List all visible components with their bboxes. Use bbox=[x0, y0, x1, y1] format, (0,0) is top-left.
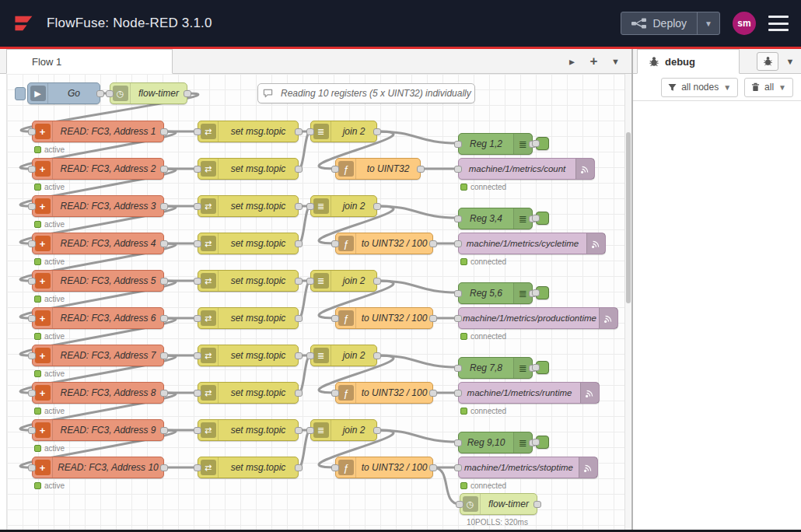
output-port[interactable] bbox=[295, 166, 303, 173]
output-port[interactable] bbox=[160, 278, 168, 285]
input-port[interactable] bbox=[28, 166, 36, 173]
canvas-scrollbar[interactable] bbox=[624, 74, 631, 532]
output-port[interactable] bbox=[295, 315, 303, 322]
input-port[interactable] bbox=[331, 315, 339, 322]
output-port[interactable] bbox=[160, 464, 168, 471]
input-port[interactable] bbox=[532, 140, 540, 147]
node-join-2[interactable]: ≣join 2 bbox=[310, 195, 377, 217]
input-port[interactable] bbox=[28, 427, 36, 434]
node-change-2[interactable]: ⇄set msg.topic bbox=[198, 158, 299, 180]
node-func-3[interactable]: ƒto UINT32 / 100 bbox=[335, 307, 433, 329]
input-port[interactable] bbox=[331, 464, 339, 471]
node-read-9[interactable]: +READ: FC3, Address 9active bbox=[32, 419, 164, 441]
output-port[interactable] bbox=[373, 352, 381, 359]
user-avatar[interactable]: sm bbox=[733, 12, 756, 35]
output-port[interactable] bbox=[96, 90, 104, 97]
node-reg-5[interactable]: Reg 9,10≣ bbox=[458, 432, 533, 453]
input-port[interactable] bbox=[456, 501, 463, 508]
deploy-options-button[interactable]: ▼ bbox=[697, 12, 719, 34]
flow-list-dropdown[interactable]: ▼ bbox=[606, 52, 625, 71]
node-change-5[interactable]: ⇄set msg.topic bbox=[198, 270, 299, 292]
node-change-9[interactable]: ⇄set msg.topic bbox=[198, 419, 299, 441]
node-read-8[interactable]: +READ: FC3, Address 8active bbox=[32, 382, 164, 404]
output-port[interactable] bbox=[373, 427, 381, 434]
input-port[interactable] bbox=[454, 390, 462, 397]
output-port[interactable] bbox=[295, 203, 303, 210]
input-port[interactable] bbox=[28, 240, 36, 247]
input-port[interactable] bbox=[306, 203, 314, 210]
node-link-4[interactable] bbox=[536, 361, 549, 374]
node-read-6[interactable]: +READ: FC3, Address 6active bbox=[32, 307, 164, 329]
deploy-button[interactable]: Deploy bbox=[621, 12, 698, 34]
node-reg-4[interactable]: Reg 7,8≣ bbox=[458, 357, 533, 379]
output-port[interactable] bbox=[160, 240, 168, 247]
debug-filter-button[interactable]: all nodes ▼ bbox=[661, 78, 738, 97]
input-port[interactable] bbox=[194, 464, 201, 471]
output-port[interactable] bbox=[373, 128, 381, 135]
output-port[interactable] bbox=[184, 90, 191, 97]
input-port[interactable] bbox=[454, 439, 462, 446]
input-port[interactable] bbox=[28, 352, 36, 359]
node-change-8[interactable]: ⇄set msg.topic bbox=[198, 382, 299, 404]
node-read-5[interactable]: +READ: FC3, Address 5active bbox=[32, 270, 164, 292]
input-port[interactable] bbox=[454, 315, 462, 322]
input-port[interactable] bbox=[454, 290, 462, 297]
input-port[interactable] bbox=[331, 240, 339, 247]
node-link-3[interactable] bbox=[536, 286, 549, 299]
node-join-5[interactable]: ≣join 2 bbox=[310, 419, 377, 441]
output-port[interactable] bbox=[295, 352, 303, 359]
input-port[interactable] bbox=[454, 215, 462, 222]
node-read-10[interactable]: +READ: FC3, Address 10active bbox=[32, 457, 164, 478]
input-port[interactable] bbox=[194, 128, 201, 135]
node-reg-1[interactable]: Reg 1,2≣ bbox=[458, 133, 533, 155]
node-func-4[interactable]: ƒto UINT32 / 100 bbox=[335, 382, 433, 404]
output-port[interactable] bbox=[295, 464, 303, 471]
inject-button[interactable] bbox=[15, 87, 26, 100]
tab-flow-1[interactable]: Flow 1 bbox=[6, 49, 173, 74]
output-port[interactable] bbox=[160, 203, 168, 210]
output-port[interactable] bbox=[160, 352, 168, 359]
input-port[interactable] bbox=[194, 390, 201, 397]
input-port[interactable] bbox=[454, 365, 462, 372]
input-port[interactable] bbox=[306, 352, 314, 359]
node-flow-timer-top[interactable]: ◷flow-timer bbox=[110, 82, 187, 104]
node-read-2[interactable]: +READ: FC3, Address 2active bbox=[32, 158, 164, 180]
tab-debug[interactable]: debug bbox=[637, 49, 740, 74]
node-join-4[interactable]: ≣join 2 bbox=[310, 345, 377, 366]
node-func-1[interactable]: ƒto UINT32 bbox=[335, 158, 421, 180]
flow-canvas[interactable]: ▶Go◷flow-timerReading 10 registers (5 x … bbox=[6, 74, 631, 532]
input-port[interactable] bbox=[194, 166, 201, 173]
input-port[interactable] bbox=[454, 141, 462, 148]
node-flow-timer-bottom[interactable]: ◷flow-timer10POLLS: 320ms bbox=[460, 493, 537, 515]
node-comment-1[interactable]: Reading 10 registers (5 x UINT32) indivi… bbox=[257, 83, 475, 103]
node-change-10[interactable]: ⇄set msg.topic bbox=[198, 457, 299, 478]
input-port[interactable] bbox=[532, 439, 540, 446]
input-port[interactable] bbox=[28, 278, 36, 285]
node-join-1[interactable]: ≣join 2 bbox=[310, 121, 377, 142]
input-port[interactable] bbox=[28, 390, 36, 397]
input-port[interactable] bbox=[28, 464, 36, 471]
node-read-4[interactable]: +READ: FC3, Address 4active bbox=[32, 233, 164, 254]
node-link-1[interactable] bbox=[536, 137, 549, 150]
input-port[interactable] bbox=[532, 215, 540, 222]
node-join-3[interactable]: ≣join 2 bbox=[310, 270, 377, 292]
input-port[interactable] bbox=[106, 90, 114, 97]
output-port[interactable] bbox=[533, 501, 541, 508]
node-read-7[interactable]: +READ: FC3, Address 7active bbox=[32, 345, 164, 366]
input-port[interactable] bbox=[194, 240, 201, 247]
input-port[interactable] bbox=[194, 278, 201, 285]
sidebar-tabs-dropdown[interactable]: ▼ bbox=[782, 52, 798, 71]
input-port[interactable] bbox=[28, 128, 36, 135]
output-port[interactable] bbox=[295, 390, 303, 397]
node-link-5[interactable] bbox=[536, 436, 549, 449]
output-port[interactable] bbox=[295, 240, 303, 247]
debug-clear-button[interactable]: all ▼ bbox=[744, 78, 793, 97]
input-port[interactable] bbox=[454, 240, 462, 247]
canvas-scrollbar-thumb[interactable] bbox=[626, 132, 631, 303]
debug-sidebar-tab-icon-button[interactable] bbox=[757, 52, 778, 71]
main-menu-button[interactable] bbox=[768, 16, 789, 31]
node-mqtt-1[interactable]: machine/1/metrics/countconnected bbox=[458, 158, 595, 180]
output-port[interactable] bbox=[429, 240, 437, 247]
output-port[interactable] bbox=[160, 390, 168, 397]
output-port[interactable] bbox=[429, 390, 437, 397]
